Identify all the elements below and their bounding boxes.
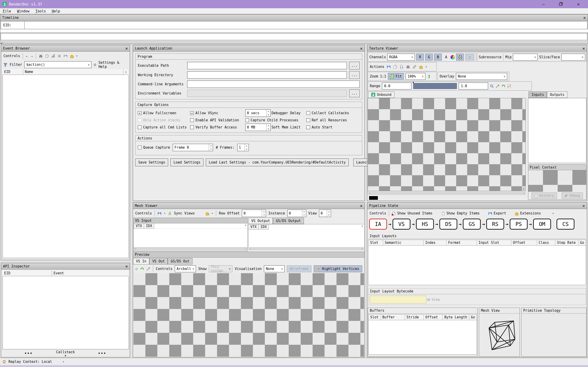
save-settings-button[interactable]: Save Settings [135,158,168,166]
vtx-column-button[interactable]: VTX [248,224,259,230]
range-min-input[interactable]: 0.0 [382,83,411,90]
histogram-icon[interactable] [507,84,511,88]
column-slot[interactable]: Slot [368,240,383,245]
tab-gsds-output[interactable]: GS/DS Output [273,218,304,224]
capture-cmd-lists-checkbox[interactable]: Capture all Cmd Lists [138,125,190,129]
slice-face-combobox[interactable]: ∨ [561,54,585,60]
menu-tools[interactable]: Tools [35,9,46,13]
prev-event-icon[interactable]: ← [26,54,28,58]
spinner-buttons[interactable]: ▲▼ [245,144,249,151]
tab-gsds-out[interactable]: GS/DS Out [168,258,192,265]
tab-inputs[interactable]: Inputs [528,92,547,98]
highlight-vertices-button[interactable]: Highlight Vertices [314,265,362,272]
tab-vs-in[interactable]: VS In [133,258,149,265]
chevron-down-icon[interactable]: ▾ [76,54,78,58]
stage-cs[interactable]: CS [556,219,574,230]
vs-input-table[interactable] [134,229,247,247]
find-icon[interactable] [406,65,410,69]
auto-start-checkbox[interactable]: Auto Start [306,125,360,129]
exec-path-browse-button[interactable]: ... [349,62,360,69]
show-empty-toggle[interactable]: Show Empty Items [441,211,480,215]
flip-y-icon[interactable] [427,75,431,78]
range-slider[interactable]: ▼ △ [413,83,457,89]
gear-icon[interactable]: ⚙ [135,267,138,271]
event-browser-list[interactable] [2,75,129,258]
api-inspector-close-icon[interactable]: × [125,264,128,269]
idx-column-button[interactable]: IDX [259,224,269,230]
tab-outputs[interactable]: Outputs [547,92,567,98]
tab-vs-output[interactable]: VS Output [248,218,273,224]
load-settings-button[interactable]: Load Settings [170,158,203,166]
allow-fullscreen-checkbox[interactable]: ✕Allow Fullscreen [138,111,190,115]
stage-gs[interactable]: GS [463,219,481,230]
verify-buffer-checkbox[interactable]: Verify Buffer Access [190,125,245,129]
replay-context-label[interactable]: Replay Context: Local [9,360,52,364]
color-wheel-icon[interactable] [450,55,455,59]
export-button[interactable]: Export [488,211,506,215]
open-code-icon[interactable] [400,65,404,69]
texture-viewer-close-icon[interactable]: × [582,46,585,51]
timeline-track[interactable] [1,33,587,40]
autofit-eyedropper-icon[interactable] [496,84,500,88]
spinner-buttons[interactable]: ▲▼ [267,110,270,117]
scroll-down-icon[interactable]: ∨ [522,187,526,191]
load-last-settings-button[interactable]: Load Last Settings - com.YourCompany.UE5… [206,158,349,166]
show-unused-toggle[interactable]: Show Unused Items [392,211,432,215]
instance-spinner[interactable]: 0▲▼ [287,210,306,217]
pixel-context-viewport[interactable] [528,170,586,192]
restore-button[interactable] [559,2,563,6]
chevron-down-icon[interactable]: ▾ [425,65,427,68]
extensions-button[interactable]: Extensions [515,211,541,215]
menu-file[interactable]: File [3,9,11,13]
gear-icon[interactable]: ⚙ [94,63,96,67]
stage-om[interactable]: OM [533,219,551,230]
column-eid[interactable]: EID [2,270,52,276]
scroll-up-icon[interactable]: ∧ [123,69,128,75]
channel-a-button[interactable]: A [443,55,449,59]
ellipsis-icon[interactable]: ••• [98,351,106,356]
export-icon[interactable] [64,54,68,58]
visualisation-combobox[interactable]: None∨ [264,265,285,272]
zoom-range-icon[interactable] [490,84,494,88]
column-byte-length[interactable]: Byte Length [443,315,469,320]
workdir-input[interactable] [187,71,347,79]
scroll-right-icon[interactable]: › [523,192,525,195]
minimize-button[interactable]: — [542,2,545,6]
pipeline-close-icon[interactable]: × [582,203,585,208]
overlay-combobox[interactable]: None∨ [456,73,507,80]
queue-capture-checkbox[interactable]: Queue Capture [138,145,170,150]
tab-unbound[interactable]: Unbound [368,92,394,98]
api-inspector-list[interactable] [2,276,129,349]
mesh-wireframe-cube[interactable] [481,315,518,354]
range-black-point-handle[interactable]: ▼ [413,81,414,84]
extensions-icon[interactable] [419,65,423,69]
column-go[interactable]: Go [578,240,586,245]
timeline-hscrollbar[interactable]: ‹ [1,41,587,44]
chevron-down-icon[interactable]: ▾ [164,212,165,215]
scroll-right-icon[interactable]: › [245,247,246,250]
column-class[interactable]: Class [537,240,555,245]
scroll-left-icon[interactable]: ‹ [249,247,251,250]
channel-r-button[interactable]: R [416,54,424,60]
tab-vs-out[interactable]: VS Out [149,258,168,265]
spinner-buttons[interactable]: ▲▼ [209,144,213,151]
spinner-buttons[interactable]: ▲▼ [327,210,331,217]
find-icon[interactable] [39,54,43,58]
next-event-icon[interactable]: → [31,54,33,58]
column-stride[interactable]: Stride [405,315,424,320]
splitter-collapse-icon[interactable]: ◂ [0,42,2,45]
scroll-up-icon[interactable]: ∧ [269,224,364,230]
column-name[interactable]: Name [23,69,123,75]
stats-icon[interactable] [51,54,55,58]
view-spinner[interactable]: 0▲▼ [319,210,331,217]
column-offset[interactable]: Offset [424,315,443,320]
stage-hs[interactable]: HS [416,219,434,230]
zoom-level-combobox[interactable]: 100%∨ [406,73,425,80]
stage-vs[interactable]: VS [393,219,410,230]
channel-b-button[interactable]: B [434,54,442,60]
chevron-down-icon[interactable]: ▾ [63,360,64,363]
texture-inputs-list[interactable] [528,98,586,163]
exec-path-input[interactable] [187,62,347,69]
queue-frame-spinner[interactable]: Frame 0▲▼ [173,144,213,151]
save-icon[interactable] [157,211,162,215]
